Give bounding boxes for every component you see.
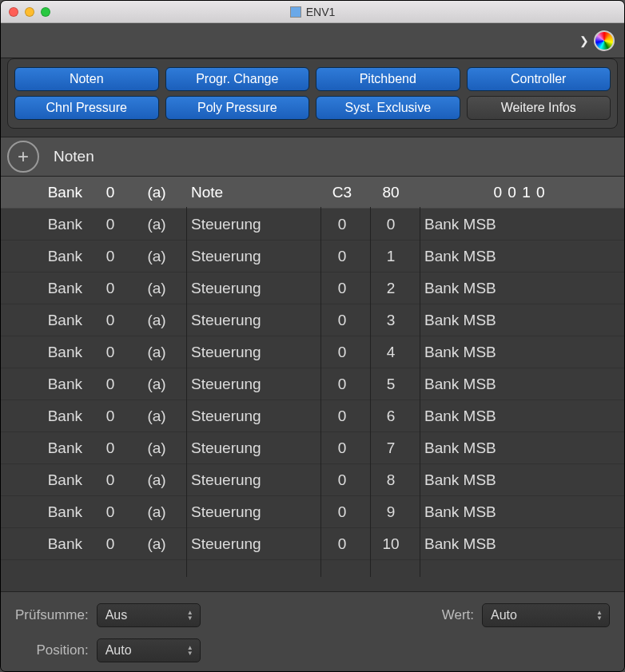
cell: (a) [132, 344, 181, 361]
event-table: Bank0(a)NoteC3800 0 1 0Bank0(a)Steuerung… [1, 177, 624, 560]
cell: (a) [132, 408, 181, 425]
cell: Bank [1, 471, 89, 489]
cell: Bank [1, 312, 89, 329]
filter-r1-3[interactable]: Controller [467, 67, 611, 91]
cell: 7 [367, 439, 415, 457]
table-row[interactable]: Bank0(a)Steuerung08Bank MSB [1, 464, 624, 496]
cell: 0 [89, 184, 132, 201]
cell: Steuerung [181, 248, 317, 265]
cell: 0 [89, 280, 132, 297]
table-row[interactable]: Bank0(a)Steuerung09Bank MSB [1, 496, 624, 528]
filter-r2-0[interactable]: Chnl Pressure [14, 96, 159, 120]
cell: Bank MSB [415, 344, 624, 361]
cell: (a) [132, 535, 181, 553]
cell: 0 [89, 344, 132, 361]
table-row[interactable]: Bank0(a)Steuerung01Bank MSB [1, 241, 624, 272]
table-row[interactable]: Bank0(a)Steuerung00Bank MSB [1, 209, 624, 241]
table-row[interactable]: Bank0(a)Steuerung010Bank MSB [1, 528, 624, 560]
cell: 0 [89, 535, 132, 553]
column-divider [370, 207, 371, 577]
value-select[interactable]: Auto ▲▼ [482, 603, 610, 627]
cell: Bank [1, 439, 89, 457]
filter-r1-2[interactable]: Pitchbend [316, 67, 460, 91]
cell: 0 [89, 376, 132, 393]
cell: Bank MSB [415, 248, 624, 265]
cell: Steuerung [181, 535, 317, 553]
cell: (a) [132, 248, 181, 265]
minimize-icon[interactable] [25, 7, 34, 17]
cell: (a) [132, 312, 181, 329]
cell: Bank [1, 376, 89, 393]
filter-r2-3[interactable]: Weitere Infos [467, 96, 611, 120]
cell: Steuerung [181, 216, 317, 233]
cell: 0 [317, 216, 367, 233]
close-icon[interactable] [9, 7, 18, 17]
cell: (a) [132, 471, 181, 489]
cell: Bank [1, 280, 89, 297]
cell: 0 [317, 408, 367, 425]
cell: C3 [317, 184, 367, 201]
window: ENV1 ❯ NotenProgr. ChangePitchbendContro… [0, 0, 625, 672]
filter-r1-1[interactable]: Progr. Change [165, 67, 310, 91]
cell: 6 [367, 408, 415, 425]
table-row[interactable]: Bank0(a)Steuerung06Bank MSB [1, 400, 624, 432]
table-row[interactable]: Bank0(a)Steuerung03Bank MSB [1, 304, 624, 336]
cell: 0 [317, 503, 367, 521]
cell: 5 [367, 376, 415, 393]
window-title: ENV1 [306, 6, 336, 18]
table-row[interactable]: Bank0(a)Steuerung04Bank MSB [1, 336, 624, 368]
cell: Bank [1, 408, 89, 425]
table-row[interactable]: Bank0(a)Steuerung02Bank MSB [1, 272, 624, 304]
cell: Bank MSB [415, 535, 624, 553]
position-select[interactable]: Auto ▲▼ [97, 638, 201, 662]
cell: Bank MSB [415, 280, 624, 297]
cell: Bank MSB [415, 408, 624, 425]
cell: 0 [317, 439, 367, 457]
filter-r2-2[interactable]: Syst. Exclusive [316, 96, 460, 120]
cell: (a) [132, 439, 181, 457]
cell: 0 [317, 535, 367, 553]
cell: 0 [89, 216, 132, 233]
cell: 0 [89, 503, 132, 521]
cell: Bank MSB [415, 312, 624, 329]
position-value: Auto [105, 643, 132, 658]
cell: Bank [1, 216, 89, 233]
expand-icon[interactable]: ❯ [579, 34, 589, 47]
color-palette-icon[interactable] [594, 30, 615, 51]
cell: Bank [1, 184, 89, 201]
cell: Steuerung [181, 408, 317, 425]
filter-r2-1[interactable]: Poly Pressure [165, 96, 310, 120]
cell: Steuerung [181, 471, 317, 489]
checksum-value: Aus [105, 608, 128, 622]
table-row[interactable]: Bank0(a)Steuerung07Bank MSB [1, 432, 624, 464]
cell: 0 [89, 248, 132, 265]
cell: 0 [367, 216, 415, 233]
zoom-icon[interactable] [41, 7, 50, 17]
cell: Note [181, 184, 317, 201]
cell: 0 [89, 408, 132, 425]
position-label: Position: [15, 642, 89, 658]
value-value: Auto [491, 608, 517, 622]
toolbar: ❯ [1, 23, 624, 58]
filter-r1-0[interactable]: Noten [14, 67, 159, 91]
cell: 0 [317, 376, 367, 393]
titlebar: ENV1 [1, 1, 624, 23]
add-button[interactable]: + [7, 141, 39, 173]
cell: 0 [317, 280, 367, 297]
cell: 9 [367, 503, 415, 521]
cell: Bank MSB [415, 471, 624, 489]
cell: 0 [89, 312, 132, 329]
table-row[interactable]: Bank0(a)NoteC3800 0 1 0 [1, 177, 624, 209]
stepper-icon: ▲▼ [187, 610, 193, 621]
cell: Steuerung [181, 312, 317, 329]
cell: Bank MSB [415, 439, 624, 457]
table-row[interactable]: Bank0(a)Steuerung05Bank MSB [1, 368, 624, 400]
footer: Prüfsumme: Aus ▲▼ Wert: Auto ▲▼ Position… [1, 591, 624, 671]
column-divider [186, 207, 187, 577]
checksum-select[interactable]: Aus ▲▼ [97, 603, 201, 627]
cell: (a) [132, 216, 181, 233]
stepper-icon: ▲▼ [187, 645, 193, 656]
cell: Steuerung [181, 280, 317, 297]
cell: Bank [1, 503, 89, 521]
cell: 2 [367, 280, 415, 297]
